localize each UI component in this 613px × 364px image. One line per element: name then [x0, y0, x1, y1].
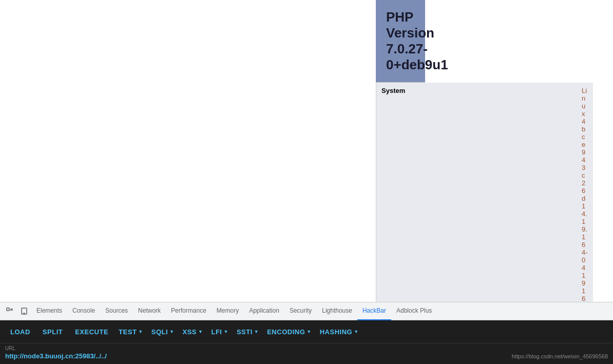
url-row: http://node3.buuoj.cn:25983/../../ https… [5, 352, 608, 360]
devtools-tab-hackbar[interactable]: HackBar [357, 302, 391, 320]
devtools-tab-adblock[interactable]: Adblock Plus [391, 302, 437, 320]
hackbar-btn-test[interactable]: TEST ▼ [116, 325, 146, 338]
hackbar-btn-sqli[interactable]: SQLI ▼ [148, 325, 178, 338]
php-header: PHP Version 7.0.27-0+deb9u1 [376, 0, 425, 82]
svg-rect-0 [7, 308, 9, 311]
hackbar-btn-hashing[interactable]: HASHING ▼ [317, 325, 362, 338]
devtools-tab-memory[interactable]: Memory [212, 302, 244, 320]
hackbar-btn-split[interactable]: SPLIT [37, 325, 68, 338]
php-info-table-wrapper: SystemLinux 4bce943c26d1 4.19.164-041916… [376, 82, 425, 302]
dropdown-arrow-sqli: ▼ [169, 329, 174, 334]
url-value: http://node3.buuoj.cn:25983/../../ [5, 352, 107, 360]
hackbar-toolbar: LOADSPLITEXECUTETEST ▼SQLI ▼XSS ▼LFI ▼SS… [0, 320, 613, 343]
hackbar-btn-encoding[interactable]: ENCODING ▼ [264, 325, 314, 338]
devtools-tab-lighthouse[interactable]: Lighthouse [317, 302, 357, 320]
hackbar-btn-ssti[interactable]: SSTI ▼ [234, 325, 262, 338]
dropdown-arrow-hashing: ▼ [354, 329, 358, 334]
hackbar-btn-load[interactable]: LOAD [5, 325, 35, 338]
devtools-tab-elements[interactable]: Elements [31, 302, 67, 320]
table-cell-label: System [376, 83, 577, 302]
devtools-tab-application[interactable]: Application [244, 302, 284, 320]
url-label: URL [5, 346, 608, 351]
content-area: PHP Version 7.0.27-0+deb9u1 SystemLinux … [188, 0, 613, 302]
php-info-table: SystemLinux 4bce943c26d1 4.19.164-041916… [376, 83, 593, 302]
hackbar-btn-xss[interactable]: XSS ▼ [180, 325, 206, 338]
devtools-tab-sources[interactable]: Sources [100, 302, 133, 320]
url-link: https://blog.csdn.net/weixin_45696568 [512, 353, 608, 359]
dropdown-arrow-test: ▼ [138, 329, 143, 334]
devtools-inspect-icon[interactable] [3, 304, 17, 318]
devtools-tab-security[interactable]: Security [284, 302, 317, 320]
dropdown-arrow-xss: ▼ [198, 329, 203, 334]
dropdown-arrow-encoding: ▼ [306, 329, 311, 334]
devtools-device-icon[interactable] [17, 304, 31, 318]
devtools-tab-network[interactable]: Network [133, 302, 166, 320]
devtools-tab-console[interactable]: Console [67, 302, 100, 320]
hackbar-btn-execute[interactable]: EXECUTE [70, 325, 113, 338]
devtools-tabs-container: ElementsConsoleSourcesNetworkPerformance… [31, 302, 437, 320]
devtools-tab-performance[interactable]: Performance [166, 302, 212, 320]
table-row: SystemLinux 4bce943c26d1 4.19.164-041916… [376, 83, 593, 302]
dropdown-arrow-ssti: ▼ [254, 329, 259, 334]
php-version-title: PHP Version 7.0.27-0+deb9u1 [386, 9, 415, 73]
left-sidebar [0, 0, 188, 302]
dropdown-arrow-lfi: ▼ [223, 329, 228, 334]
url-bar: URL http://node3.buuoj.cn:25983/../../ h… [0, 343, 613, 364]
hackbar-btn-lfi[interactable]: LFI ▼ [208, 325, 231, 338]
devtools-tabs-bar: ElementsConsoleSourcesNetworkPerformance… [0, 302, 613, 320]
table-cell-value: Linux 4bce943c26d1 4.19.164-0419164-gene… [577, 83, 593, 302]
